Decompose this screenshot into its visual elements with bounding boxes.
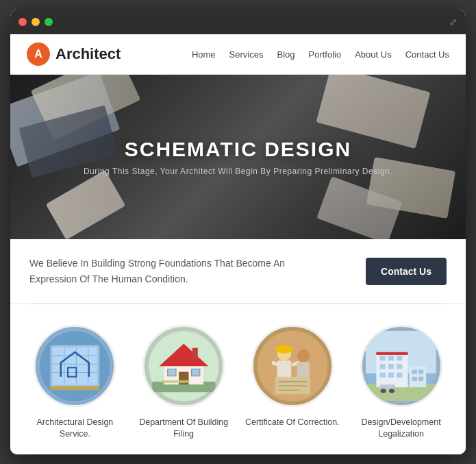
hero-subtitle: During This Stage, Your Architect Will B…	[84, 167, 392, 176]
svg-rect-20	[161, 380, 189, 382]
svg-rect-52	[377, 352, 408, 354]
logo[interactable]: A Architect	[27, 42, 121, 66]
nav-contact[interactable]: Contact Us	[405, 49, 449, 60]
service-label-certificate: Certificate Of Correction.	[245, 417, 340, 429]
service-circle-building-filing	[142, 325, 225, 407]
svg-rect-46	[397, 372, 402, 377]
close-button[interactable]	[18, 18, 27, 26]
svg-rect-42	[388, 364, 394, 369]
nav-home[interactable]: Home	[192, 49, 216, 60]
services-section: Architectural Design Service.	[10, 304, 466, 454]
svg-rect-16	[192, 347, 197, 358]
svg-rect-39	[388, 356, 394, 361]
tagline-section: We Believe In Building Strong Foundation…	[10, 239, 466, 304]
svg-rect-50	[412, 376, 417, 380]
hero-section: SCHEMATIC DESIGN During This Stage, Your…	[10, 75, 466, 239]
svg-point-55	[389, 389, 394, 393]
browser-chrome: ⤢	[10, 10, 466, 34]
design-development-icon	[366, 331, 436, 402]
expand-icon[interactable]: ⤢	[449, 16, 458, 27]
svg-point-54	[381, 389, 386, 393]
service-circle-development	[360, 325, 442, 407]
svg-point-24	[275, 345, 292, 353]
nav-links: Home Services Blog Portfolio About Us Co…	[192, 48, 449, 60]
svg-rect-19	[191, 369, 199, 376]
svg-rect-30	[275, 376, 310, 394]
service-circle-architectural	[34, 325, 116, 407]
swatch-6	[46, 170, 126, 239]
tagline-text: We Believe In Building Strong Foundation…	[29, 256, 317, 286]
service-item-development: Design/Development Legalization	[353, 325, 449, 441]
browser-window: ⤢ A Architect Home Services Blog Portfol…	[10, 10, 466, 454]
svg-rect-47	[410, 366, 427, 387]
service-item-building-filing: Department Of Building Filing	[136, 325, 231, 441]
website-content: A Architect Home Services Blog Portfolio…	[10, 34, 466, 454]
nav-about[interactable]: About Us	[355, 49, 391, 60]
certificate-correction-icon	[258, 331, 328, 402]
service-label-architectural: Architectural Design Service.	[27, 417, 123, 441]
maximize-button[interactable]	[45, 18, 53, 26]
service-item-architectural: Architectural Design Service.	[27, 325, 123, 441]
svg-rect-29	[297, 362, 309, 378]
hero-title: SCHEMATIC DESIGN	[84, 138, 392, 161]
nav-services[interactable]: Services	[229, 49, 264, 60]
architectural-design-icon	[40, 331, 110, 402]
svg-rect-41	[380, 364, 386, 369]
svg-rect-43	[397, 364, 402, 369]
minimize-button[interactable]	[32, 18, 40, 26]
svg-rect-48	[412, 369, 417, 374]
svg-rect-25	[277, 361, 291, 378]
nav-blog[interactable]: Blog	[277, 49, 295, 60]
svg-rect-44	[380, 372, 386, 377]
nav-portfolio[interactable]: Portfolio	[309, 49, 342, 60]
svg-rect-51	[418, 376, 423, 380]
hero-content: SCHEMATIC DESIGN During This Stage, Your…	[84, 138, 392, 176]
service-circle-certificate	[251, 325, 334, 407]
logo-icon: A	[27, 42, 50, 66]
traffic-lights	[18, 18, 53, 26]
service-item-certificate: Certificate Of Correction.	[245, 325, 340, 429]
contact-us-button[interactable]: Contact Us	[366, 258, 447, 285]
svg-point-28	[297, 349, 309, 361]
svg-rect-49	[418, 369, 423, 374]
svg-rect-10	[50, 386, 99, 390]
svg-rect-38	[380, 356, 386, 361]
navbar: A Architect Home Services Blog Portfolio…	[10, 34, 466, 75]
building-filing-icon	[149, 331, 219, 402]
brand-name: Architect	[55, 45, 121, 63]
svg-rect-45	[388, 372, 394, 377]
service-label-building-filing: Department Of Building Filing	[136, 417, 231, 441]
svg-rect-40	[397, 356, 402, 361]
service-label-development: Design/Development Legalization	[353, 417, 449, 441]
svg-rect-18	[168, 369, 176, 376]
